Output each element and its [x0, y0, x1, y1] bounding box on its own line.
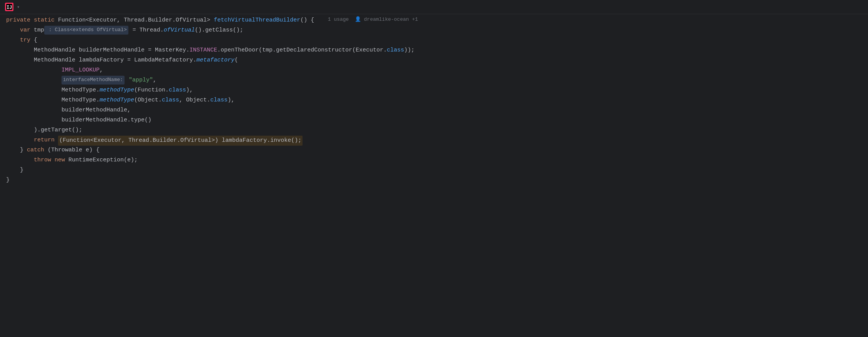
keyword-catch: catch	[27, 146, 44, 155]
keyword-class-4: class	[210, 96, 228, 105]
keyword-new: new	[55, 156, 65, 165]
usage-count: 1 usage	[322, 16, 349, 24]
method-fetchVirtualThreadBuilder: fetchVirtualThreadBuilder	[214, 16, 300, 25]
chevron-down-icon[interactable]: ▾	[17, 4, 20, 10]
field-INSTANCE: INSTANCE	[190, 46, 217, 55]
keyword-class-1: class	[387, 46, 404, 55]
code-editor: IJ ▾ private static Function<Executor, T…	[0, 0, 868, 337]
return-cast-expression: (Function<Executor, Thread.Builder.OfVir…	[58, 136, 303, 146]
code-line-10: builderMethodHandle,	[0, 106, 868, 116]
method-metafactory: metafactory	[196, 56, 234, 65]
code-line-9: MethodType. methodType (Object. class , …	[0, 96, 868, 106]
code-line-3: try {	[0, 36, 868, 46]
header-bar: IJ ▾	[0, 0, 868, 14]
code-line-1: private static Function<Executor, Thread…	[0, 16, 868, 26]
code-line-12: ).getTarget();	[0, 126, 868, 136]
code-line-16: }	[0, 166, 868, 176]
code-line-6: IMPL_LOOKUP ,	[0, 66, 868, 76]
keyword-static: static	[34, 16, 55, 25]
code-line-8: MethodType. methodType (Function. class …	[0, 86, 868, 96]
code-content: private static Function<Executor, Thread…	[0, 14, 868, 187]
keyword-try: try	[20, 36, 30, 45]
inlay-interfaceMethodName: interfaceMethodName:	[62, 76, 125, 85]
method-methodType-1: methodType	[100, 86, 134, 95]
code-line-2: var tmp : Class<extends OfVirtual> = Thr…	[0, 26, 868, 36]
code-line-17: }	[0, 176, 868, 186]
code-line-5: MethodHandle lambdaFactory = LambdaMetaf…	[0, 56, 868, 66]
keyword-throw: throw	[34, 156, 51, 165]
field-IMPL_LOOKUP: IMPL_LOOKUP	[62, 66, 100, 75]
author-hint: 👤 dreamlike-ocean +1	[349, 16, 418, 24]
method-ofVirtual: ofVirtual	[164, 26, 195, 35]
string-apply: "apply"	[129, 76, 153, 85]
method-methodType-2: methodType	[100, 96, 134, 105]
code-line-13: return (Function<Executor, Thread.Builde…	[0, 136, 868, 146]
keyword-var: var	[20, 26, 30, 35]
inlay-type-hint: : Class<extends OfVirtual>	[44, 26, 128, 35]
code-line-11: builderMethodHandle.type()	[0, 116, 868, 126]
keyword-return: return	[34, 136, 55, 145]
keyword-class-3: class	[162, 96, 179, 105]
code-line-4: MethodHandle builderMethodHandle = Maste…	[0, 46, 868, 56]
code-line-7: interfaceMethodName: "apply" ,	[0, 76, 868, 86]
intellij-logo-icon: IJ	[5, 2, 14, 12]
keyword-class-2: class	[169, 86, 186, 95]
svg-text:IJ: IJ	[7, 5, 12, 10]
code-line-15: throw new RuntimeException(e);	[0, 156, 868, 166]
keyword-private: private	[6, 16, 30, 25]
code-line-14: } catch (Throwable e) {	[0, 146, 868, 156]
